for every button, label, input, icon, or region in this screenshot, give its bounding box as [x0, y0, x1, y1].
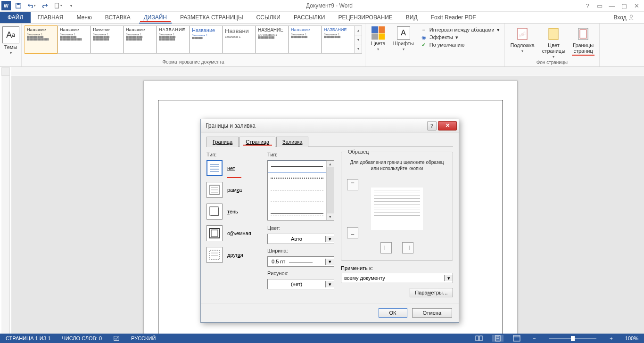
- gallery-group-label: Форматирование документа: [162, 59, 224, 65]
- type-label: Тип:: [206, 152, 261, 157]
- tab-menu[interactable]: Меню: [70, 12, 98, 23]
- dialog-titlebar[interactable]: Границы и заливка ? ✕: [201, 119, 459, 132]
- horizontal-ruler[interactable]: [11, 67, 644, 75]
- preview-top-button[interactable]: ▔: [347, 179, 358, 190]
- qat-save[interactable]: [13, 0, 24, 11]
- dialog-title: Границы и заливка: [206, 122, 426, 129]
- colors-button[interactable]: Цвета▾: [368, 25, 388, 52]
- set-default-button[interactable]: ✔По умолчанию: [421, 41, 500, 48]
- user-icon: [628, 14, 635, 21]
- qat-undo[interactable]: ▾: [26, 0, 37, 11]
- art-combo[interactable]: (нет)▾: [267, 279, 334, 289]
- tab-border[interactable]: Граница: [206, 137, 239, 147]
- zoom-slider[interactable]: [549, 338, 596, 339]
- svg-rect-21: [210, 250, 219, 260]
- svg-rect-30: [513, 335, 520, 341]
- type-custom[interactable]: другая: [206, 247, 261, 263]
- apply-combo[interactable]: всему документу▾: [341, 273, 453, 283]
- tab-review[interactable]: РЕЦЕНЗИРОВАНИЕ: [331, 12, 399, 23]
- signin-link[interactable]: Вход: [609, 12, 644, 23]
- help-icon[interactable]: ?: [582, 0, 593, 11]
- style-thumb-7[interactable]: НАЗВАНИЕЗАГОЛОВОК 1████████ ████: [256, 25, 289, 54]
- type-3d[interactable]: объемная: [206, 225, 261, 241]
- style-thumb-2[interactable]: НазваниеЗаголовок 1████████ ████ ███████…: [91, 25, 124, 54]
- spacing-icon: ≡: [421, 26, 427, 33]
- qat-customize[interactable]: ▾: [66, 0, 77, 11]
- type-box[interactable]: рамка: [206, 182, 261, 198]
- style-thumb-4[interactable]: НАЗВАНИЕЗаголовок 1████████ ████ ███████…: [157, 25, 190, 54]
- style-thumb-0[interactable]: НазваниеЗаголовок 1████████ ████ ███████…: [25, 25, 58, 54]
- preview-left-button[interactable]: ▏: [380, 242, 392, 253]
- view-read-icon[interactable]: [473, 335, 485, 342]
- themes-button[interactable]: Aa Темы ▾: [0, 25, 21, 56]
- ribbon-tabs: ФАЙЛ ГЛАВНАЯ Меню ВСТАВКА ДИЗАЙН РАЗМЕТК…: [0, 12, 644, 24]
- tab-insert[interactable]: ВСТАВКА: [99, 12, 137, 23]
- effects-button[interactable]: ◉Эффекты ▾: [421, 34, 500, 41]
- width-combo[interactable]: 0,5 пт▾: [267, 256, 334, 267]
- apply-label: Применить к:: [341, 265, 453, 271]
- preview-bottom-button[interactable]: ▁: [347, 227, 358, 238]
- status-lang[interactable]: РУССКИЙ: [129, 335, 157, 341]
- qat-new[interactable]: ▾: [52, 0, 64, 11]
- zoom-in[interactable]: ＋: [607, 335, 616, 342]
- type-none-icon: [206, 160, 223, 176]
- minimize-icon[interactable]: —: [606, 0, 618, 11]
- style-thumb-5[interactable]: НазваниеЗаголовок 1████████: [190, 25, 223, 54]
- title-bar: W ▾ ▾ ▾ Документ9 - Word ? ▭ — ▢ ✕: [0, 0, 644, 12]
- view-web-icon[interactable]: [511, 335, 522, 342]
- gallery-spinner[interactable]: ▴▾▾: [355, 25, 362, 54]
- tab-foxit[interactable]: Foxit Reader PDF: [424, 12, 483, 23]
- watermark-button[interactable]: ABC Подложка▾: [508, 25, 537, 54]
- preview-canvas[interactable]: [371, 188, 423, 230]
- ruler-corner: [1, 67, 10, 76]
- style-gallery[interactable]: НазваниеЗаголовок 1████████ ████ ███████…: [25, 25, 362, 54]
- tab-layout[interactable]: РАЗМЕТКА СТРАНИЦЫ: [173, 12, 250, 23]
- status-words[interactable]: ЧИСЛО СЛОВ: 0: [60, 335, 104, 341]
- paragraph-spacing-button[interactable]: ≡Интервал между абзацами ▾: [421, 26, 500, 33]
- page-borders-button[interactable]: Границы страниц: [570, 25, 596, 55]
- tab-references[interactable]: ССЫЛКИ: [250, 12, 287, 23]
- tab-home[interactable]: ГЛАВНАЯ: [31, 12, 70, 23]
- style-thumb-9[interactable]: НАЗВАНИЕЗаголовок 1████████ ████: [322, 25, 355, 54]
- type-none[interactable]: нет: [206, 160, 261, 176]
- color-label: Цвет:: [267, 225, 334, 231]
- zoom-level[interactable]: 100%: [623, 335, 640, 341]
- type-shadow[interactable]: тень: [206, 204, 261, 220]
- parameters-button[interactable]: Параметры…: [410, 288, 453, 297]
- page-color-icon: [546, 26, 561, 41]
- zoom-out[interactable]: －: [530, 335, 539, 342]
- status-page[interactable]: СТРАНИЦА 1 ИЗ 1: [4, 335, 53, 341]
- art-label: Рисунок:: [267, 270, 334, 276]
- close-icon[interactable]: ✕: [631, 0, 642, 11]
- view-print-icon[interactable]: [492, 335, 504, 342]
- style-thumb-3[interactable]: НазваниеЗаголовок 1████████ ████ ███████…: [124, 25, 157, 54]
- color-combo[interactable]: Авто▾: [267, 234, 334, 244]
- vertical-ruler[interactable]: [1, 76, 10, 334]
- dialog-help-button[interactable]: ?: [427, 121, 437, 131]
- preview-right-button[interactable]: ▕: [402, 242, 413, 253]
- page-color-button[interactable]: Цвет страницы▾: [539, 25, 568, 60]
- tab-page[interactable]: Страница: [239, 137, 275, 147]
- word-icon: W: [1, 1, 11, 10]
- ok-button[interactable]: ОК: [379, 308, 407, 318]
- preview-hint: Для добавления границ щелкните образец и…: [346, 159, 448, 172]
- style-thumb-8[interactable]: НазваниеЗаголовок 1████████ ████: [289, 25, 322, 54]
- style-list[interactable]: ▴▾: [267, 160, 334, 220]
- cancel-button[interactable]: Отмена: [412, 308, 452, 318]
- fonts-button[interactable]: AШрифты▾: [390, 25, 417, 52]
- style-scrollbar[interactable]: ▴▾: [326, 161, 334, 220]
- themes-icon: Aa: [2, 26, 19, 43]
- dialog-close-button[interactable]: ✕: [438, 121, 457, 131]
- tab-file[interactable]: ФАЙЛ: [0, 12, 31, 23]
- qat-redo[interactable]: [39, 0, 50, 11]
- ribbon-options-icon[interactable]: ▭: [594, 0, 605, 11]
- tab-mailings[interactable]: РАССЫЛКИ: [287, 12, 331, 23]
- tab-shading[interactable]: Заливка: [276, 137, 308, 147]
- maximize-icon[interactable]: ▢: [619, 0, 630, 11]
- type-shadow-icon: [206, 204, 223, 220]
- status-proofing-icon[interactable]: [111, 335, 122, 342]
- tab-design[interactable]: ДИЗАЙН: [137, 12, 173, 23]
- style-thumb-6[interactable]: НазваниЗаголовок 1: [223, 25, 256, 54]
- tab-view[interactable]: ВИД: [399, 12, 424, 23]
- style-thumb-1[interactable]: НазваниеЗаголовок 1████████ ████ ███████…: [58, 25, 91, 54]
